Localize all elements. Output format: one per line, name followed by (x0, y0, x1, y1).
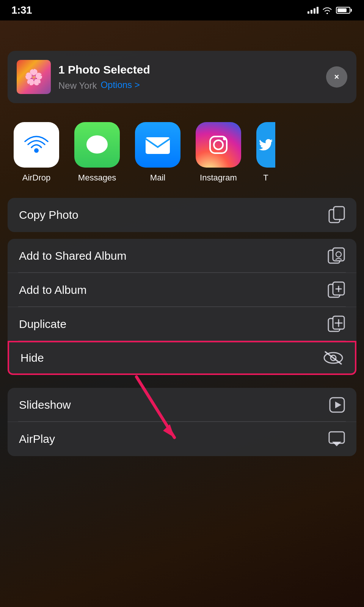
svg-point-0 (34, 148, 39, 153)
mail-label: Mail (150, 173, 165, 183)
add-shared-album-label: Add to Shared Album (19, 249, 127, 262)
app-item-airdrop[interactable]: AirDrop (14, 122, 59, 183)
airplay-icon (328, 431, 345, 447)
instagram-icon-bg (196, 122, 241, 168)
status-time: 1:31 (11, 4, 32, 16)
twitter-label: T (263, 173, 268, 183)
apps-section: AirDrop Messages (0, 103, 364, 198)
twitter-icon (259, 139, 273, 151)
app-item-instagram[interactable]: Instagram (196, 122, 241, 183)
airdrop-label: AirDrop (22, 173, 51, 183)
options-link[interactable]: Options > (100, 80, 140, 90)
status-icons (308, 6, 350, 14)
photo-thumbnail (17, 60, 51, 94)
app-item-messages[interactable]: Messages (74, 122, 120, 183)
action-duplicate[interactable]: Duplicate (8, 307, 356, 341)
action-airplay[interactable]: AirPlay (8, 422, 356, 456)
mail-icon (144, 135, 171, 155)
twitter-icon-bg (256, 122, 275, 168)
slideshow-label: Slideshow (19, 398, 71, 411)
photo-details: 1 Photo Selected New York Options > (58, 63, 150, 91)
battery-icon (336, 7, 350, 14)
messages-icon (84, 132, 110, 158)
airdrop-icon (23, 132, 50, 158)
svg-point-6 (223, 137, 226, 140)
action-hide[interactable]: Hide (8, 341, 356, 375)
mail-icon-bg (135, 122, 180, 168)
hide-icon (323, 351, 344, 365)
svg-point-11 (336, 252, 341, 257)
add-to-album-label: Add to Album (19, 284, 86, 296)
photo-location: New York (58, 80, 97, 91)
copy-photo-group: Copy Photo (8, 198, 356, 232)
status-bar: 1:31 (0, 0, 364, 20)
copy-photo-icon (328, 206, 345, 224)
duplicate-label: Duplicate (19, 318, 66, 331)
signal-bars-icon (308, 7, 318, 14)
photo-info: 1 Photo Selected New York Options > (17, 60, 150, 94)
svg-rect-8 (334, 207, 344, 220)
svg-point-1 (86, 135, 108, 154)
instagram-icon (206, 132, 231, 158)
svg-point-5 (214, 140, 223, 149)
add-album-icon (328, 281, 345, 299)
action-copy-photo[interactable]: Copy Photo (8, 198, 356, 232)
photo-selected-title: 1 Photo Selected (58, 63, 150, 77)
app-item-twitter[interactable]: T (256, 122, 275, 183)
close-button[interactable]: × (326, 66, 347, 88)
messages-icon-bg (74, 122, 120, 168)
airplay-label: AirPlay (19, 433, 55, 445)
action-slideshow[interactable]: Slideshow (8, 388, 356, 422)
airdrop-icon-bg (14, 122, 59, 168)
duplicate-icon (328, 315, 345, 333)
svg-rect-26 (329, 432, 344, 443)
slideshow-group: Slideshow AirPlay (8, 388, 356, 456)
hide-label: Hide (20, 351, 44, 364)
action-group-2: Add to Shared Album Add to Album (8, 239, 356, 375)
share-sheet: 1 Photo Selected New York Options > × (0, 51, 364, 607)
svg-rect-3 (146, 137, 170, 154)
share-header-panel: 1 Photo Selected New York Options > × (8, 51, 356, 103)
svg-marker-25 (335, 402, 341, 408)
action-add-to-album[interactable]: Add to Album (8, 273, 356, 307)
app-item-mail[interactable]: Mail (135, 122, 180, 183)
messages-label: Messages (78, 173, 116, 183)
action-add-shared-album[interactable]: Add to Shared Album (8, 239, 356, 273)
apps-row: AirDrop Messages (14, 122, 350, 187)
action-group-1: Copy Photo (8, 198, 356, 232)
instagram-label: Instagram (200, 173, 237, 183)
svg-marker-27 (332, 442, 341, 446)
shared-album-icon (328, 247, 345, 265)
slideshow-icon (329, 397, 345, 413)
action-group-3: Slideshow AirPlay (8, 388, 356, 456)
album-group: Add to Shared Album Add to Album (8, 239, 356, 375)
wifi-icon (322, 6, 332, 14)
close-icon: × (334, 72, 339, 82)
copy-photo-label: Copy Photo (19, 209, 78, 221)
